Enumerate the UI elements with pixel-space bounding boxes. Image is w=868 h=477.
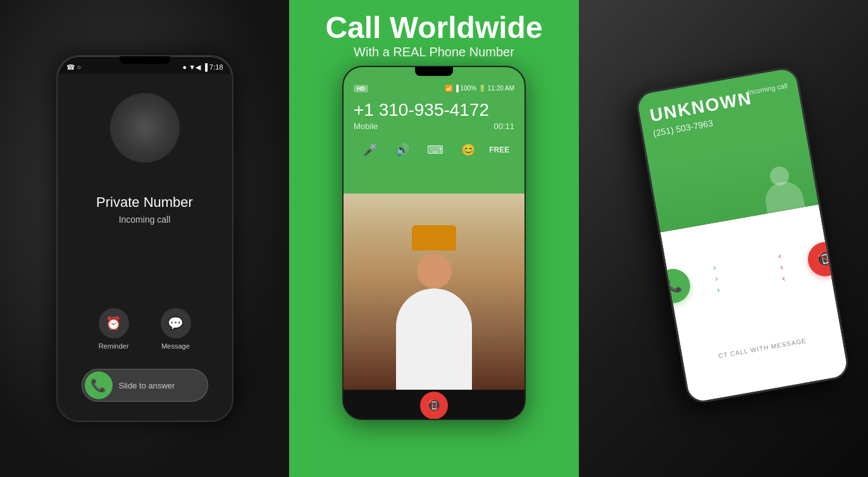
mobile-label: Mobile (354, 121, 378, 131)
caller-figure (344, 194, 524, 390)
call-status: Incoming call (119, 214, 171, 225)
decline-button-right[interactable]: 📵 (805, 240, 845, 280)
answer-phone-icon: 📞 (85, 371, 113, 399)
status-row: HD 📶 ▐ 100% 🔋 11:20 AM (354, 85, 514, 92)
end-call-bar: 📵 (344, 390, 524, 420)
person-silhouette (396, 254, 472, 390)
reminder-icon: ⏰ (99, 308, 129, 338)
reminder-label: Reminder (99, 342, 129, 350)
call-active-screen: HD 📶 ▐ 100% 🔋 11:20 AM +1 310-935-4172 M… (344, 67, 524, 194)
message-icon: 💬 (161, 308, 191, 338)
call-buttons-row: 📞 › › › ‹ ‹ ‹ 📵 (653, 240, 844, 306)
message-button[interactable]: 💬 Message (161, 308, 191, 350)
slide-to-answer[interactable]: 📞 Slide to answer (82, 369, 208, 402)
chevron-left-1: ‹ (777, 251, 781, 261)
person-head (417, 254, 452, 288)
call-screen-left: Private Number Incoming call ⏰ Reminder … (58, 74, 232, 421)
camera-notch (415, 67, 453, 76)
headline-title: Call Worldwide (325, 11, 542, 45)
phone-notch (120, 56, 170, 64)
center-panel: Call Worldwide With a REAL Phone Number … (289, 0, 579, 477)
headline-subtitle: With a REAL Phone Number (325, 45, 542, 59)
phone-right-container: Incoming call UNKNOWN (251) 503-7963 📞 ›… (634, 65, 851, 406)
free-label: FREE (489, 146, 509, 154)
call-timer: 00:11 (493, 121, 514, 131)
reject-with-message[interactable]: CT CALL WITH MESSAGE (717, 337, 807, 359)
phone-center: HD 📶 ▐ 100% 🔋 11:20 AM +1 310-935-4172 M… (342, 66, 526, 420)
status-icons: 📶 ▐ 100% 🔋 11:20 AM (445, 85, 514, 92)
action-buttons: ⏰ Reminder 💬 Message (99, 308, 191, 350)
call-controls: 🎤 🔊 ⌨ 😊 FREE (354, 139, 514, 161)
message-label: Message (161, 342, 190, 350)
headline: Call Worldwide With a REAL Phone Number (325, 11, 542, 59)
phone-right: Incoming call UNKNOWN (251) 503-7963 📞 ›… (634, 65, 851, 406)
caller-avatar-right (748, 144, 809, 214)
chevron-right-2: › (714, 273, 718, 284)
chevron-right-3: › (716, 285, 720, 295)
answer-button-right[interactable]: 📞 (653, 266, 693, 306)
keypad-icon[interactable]: ⌨ (424, 139, 447, 161)
phone-left: ☎ ○ ● ▼◀ ▐ 7:18 Private Number Incoming … (56, 55, 233, 422)
mute-icon[interactable]: 🎤 (359, 139, 381, 161)
slide-text: Slide to answer (119, 381, 175, 390)
caller-photo (344, 194, 524, 390)
right-panel: Incoming call UNKNOWN (251) 503-7963 📞 ›… (579, 0, 868, 477)
chevron-right-1: › (712, 262, 716, 273)
speaker-icon[interactable]: 🔊 (391, 139, 414, 161)
screen-bottom-right: 📞 › › › ‹ ‹ ‹ 📵 CT CALL WITH MESSAGE (660, 204, 848, 403)
avatar-blur (110, 93, 180, 163)
caller-hat (412, 225, 456, 251)
reminder-button[interactable]: ⏰ Reminder (99, 308, 129, 350)
answer-chevrons: › › › (712, 262, 721, 295)
caller-name: Private Number (96, 194, 193, 211)
phone-number: +1 310-935-4172 (354, 100, 514, 120)
left-panel: ☎ ○ ● ▼◀ ▐ 7:18 Private Number Incoming … (0, 0, 289, 477)
hd-badge: HD (354, 85, 368, 92)
reject-chevrons: ‹ ‹ ‹ (777, 251, 786, 283)
end-call-button[interactable]: 📵 (420, 392, 448, 419)
chevron-left-2: ‹ (779, 262, 783, 273)
chevron-left-3: ‹ (781, 273, 785, 283)
call-info-row: Mobile 00:11 (354, 121, 514, 131)
status-right-icons: ● ▼◀ ▐ 7:18 (183, 63, 223, 71)
phone-status-icon: ☎ ○ (66, 63, 82, 71)
screen-top-right: Incoming call UNKNOWN (251) 503-7963 (636, 67, 818, 232)
emoji-icon[interactable]: 😊 (457, 139, 480, 161)
person-body (396, 288, 472, 390)
